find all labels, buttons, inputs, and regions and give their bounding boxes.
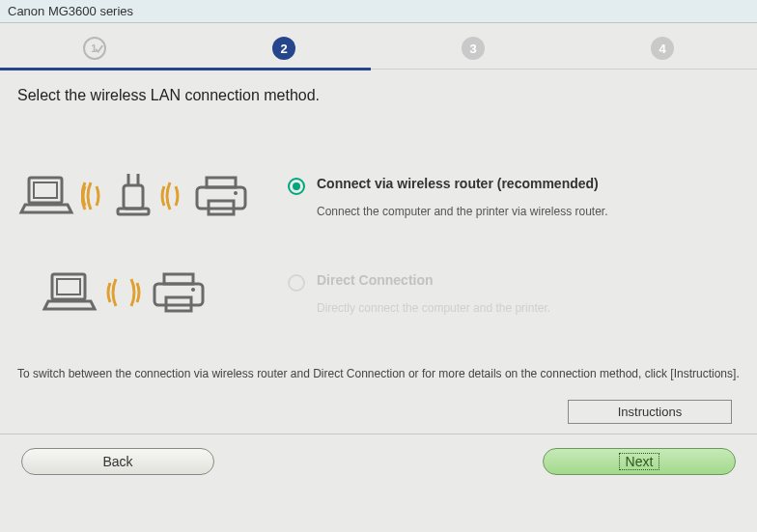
wifi-waves-icon <box>81 177 106 215</box>
step-1: 1 <box>83 37 106 60</box>
option1-desc: Connect the computer and the printer via… <box>317 205 740 218</box>
hint-text: To switch between the connection via wir… <box>17 365 740 382</box>
laptop-icon <box>41 268 98 317</box>
step-2: 2 <box>272 37 295 60</box>
option1-title: Connect via wireless router (recommended… <box>317 176 740 191</box>
option2-title: Direct Connection <box>317 272 740 288</box>
option2-graphic <box>17 268 268 317</box>
printer-icon <box>149 268 210 317</box>
option-direct-connection: Direct Connection Directly connect the c… <box>17 268 740 317</box>
svg-rect-12 <box>57 279 80 294</box>
window-titlebar: Canon MG3600 series <box>0 0 757 23</box>
stepper: 1 2 3 4 <box>0 23 757 70</box>
back-button[interactable]: Back <box>21 448 214 475</box>
instructions-button[interactable]: Instructions <box>568 400 732 424</box>
wifi-waves-icon <box>160 177 185 215</box>
option-wireless-router[interactable]: Connect via wireless router (recommended… <box>17 172 740 220</box>
svg-rect-8 <box>197 187 245 209</box>
radio-direct-connection <box>288 274 305 292</box>
svg-rect-14 <box>154 284 203 305</box>
svg-rect-2 <box>34 182 57 198</box>
svg-point-10 <box>234 191 238 195</box>
svg-rect-5 <box>124 185 143 209</box>
next-button[interactable]: Next <box>543 448 736 475</box>
radio-wireless-router[interactable] <box>288 178 305 195</box>
printer-icon <box>191 172 253 220</box>
router-icon <box>112 172 154 220</box>
step-4: 4 <box>651 37 674 60</box>
svg-point-16 <box>191 288 195 292</box>
svg-rect-6 <box>118 209 149 214</box>
step1-check-icon: 1 <box>85 38 104 59</box>
option2-desc: Directly connect the computer and the pr… <box>317 301 740 315</box>
laptop-icon <box>17 172 75 220</box>
page-heading: Select the wireless LAN connection metho… <box>17 87 740 104</box>
step-3: 3 <box>462 37 485 60</box>
svg-text:1: 1 <box>91 42 97 54</box>
wifi-waves-icon <box>104 273 143 312</box>
footer: Back Next <box>0 434 757 489</box>
option1-graphic <box>17 172 268 220</box>
